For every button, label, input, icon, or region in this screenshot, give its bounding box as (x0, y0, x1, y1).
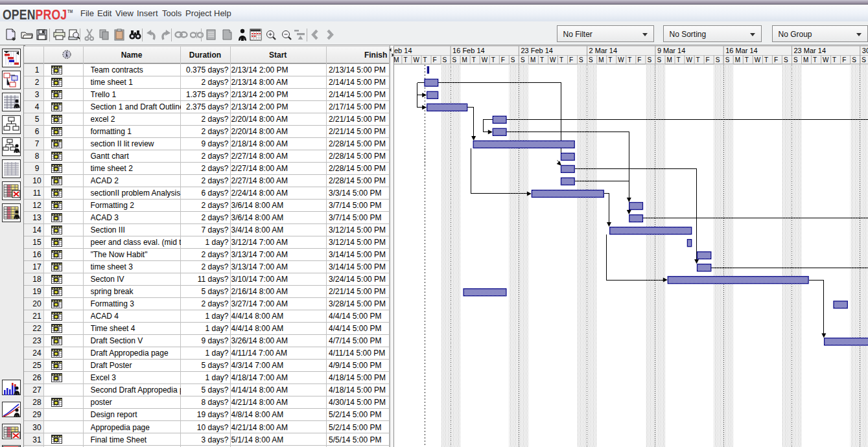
svg-text:S: S (511, 56, 515, 63)
svg-text:T: T (472, 56, 476, 63)
svg-text:T: T (677, 56, 681, 63)
svg-text:9 Mar 14: 9 Mar 14 (657, 47, 685, 54)
svg-text:M: M (598, 56, 604, 63)
svg-text:T: T (764, 56, 768, 63)
svg-text:F: F (706, 56, 710, 63)
svg-text:T: T (403, 56, 407, 63)
svg-text:2 Mar 14: 2 Mar 14 (589, 47, 617, 54)
svg-text:F: F (774, 56, 778, 63)
svg-text:T: T (608, 56, 612, 63)
svg-text:M: M (530, 56, 535, 63)
svg-text:W: W (550, 56, 556, 63)
svg-text:F: F (637, 56, 641, 63)
svg-text:W: W (482, 56, 488, 63)
svg-text:M: M (462, 56, 467, 63)
svg-text:T: T (696, 56, 700, 63)
svg-text:23 Mar 14: 23 Mar 14 (794, 47, 827, 54)
svg-text:S: S (725, 56, 730, 63)
svg-text:M: M (803, 56, 808, 63)
svg-text:S: S (862, 56, 866, 63)
svg-text:T: T (559, 56, 563, 63)
svg-text:T: T (540, 56, 544, 63)
svg-text:T: T (832, 56, 836, 63)
svg-text:eb 14: eb 14 (394, 47, 412, 54)
svg-text:F: F (569, 56, 573, 63)
svg-text:W: W (755, 56, 761, 63)
svg-text:S: S (521, 56, 525, 63)
svg-text:M: M (393, 56, 399, 63)
svg-text:M: M (667, 56, 672, 63)
svg-text:T: T (491, 56, 495, 63)
svg-text:S: S (579, 56, 583, 63)
svg-text:S: S (784, 56, 788, 63)
svg-text:T: T (423, 56, 427, 63)
svg-text:W: W (618, 56, 624, 63)
svg-text:F: F (501, 56, 505, 63)
svg-text:S: S (589, 56, 593, 63)
svg-text:F: F (433, 56, 437, 63)
svg-text:S: S (647, 56, 651, 63)
svg-text:S: S (852, 56, 856, 63)
svg-text:W: W (823, 56, 829, 63)
svg-text:16 Mar 14: 16 Mar 14 (725, 47, 758, 54)
svg-text:W: W (686, 56, 693, 63)
svg-text:M: M (735, 56, 740, 63)
svg-text:S: S (452, 56, 457, 63)
svg-text:S: S (716, 56, 720, 63)
svg-text:30 Mar 14: 30 Mar 14 (862, 47, 868, 54)
svg-text:W: W (413, 56, 419, 63)
svg-text:S: S (793, 56, 798, 63)
svg-text:T: T (813, 56, 817, 63)
svg-text:F: F (842, 56, 846, 63)
svg-text:16 Feb 14: 16 Feb 14 (452, 47, 485, 54)
svg-text:T: T (628, 56, 631, 63)
svg-text:23 Feb 14: 23 Feb 14 (521, 47, 553, 54)
svg-text:S: S (443, 56, 447, 63)
svg-text:T: T (745, 56, 749, 63)
svg-text:S: S (657, 56, 661, 63)
